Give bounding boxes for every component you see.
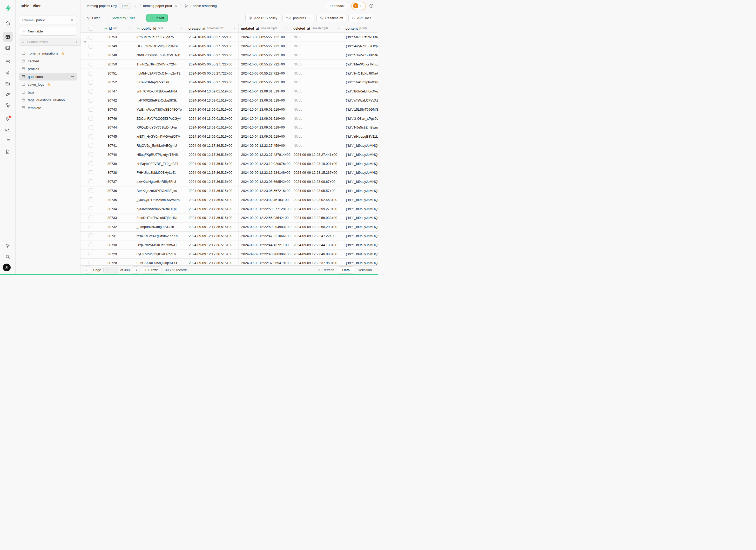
api-docs-button[interactable]: API Docs bbox=[348, 14, 374, 22]
cell-updated_at[interactable]: 2024-10-04 13:09:01.519+00 bbox=[239, 96, 291, 105]
cell-public_id[interactable]: RiqOV6p_5wihLeIAEQyhU bbox=[134, 141, 186, 150]
cell-updated_at[interactable]: 2024-09-09 12:23:08.668542+00 bbox=[239, 177, 291, 186]
cell-public_id[interactable]: zHDq4c0F0VBF_TL2_dBZ1 bbox=[134, 159, 186, 168]
project-name[interactable]: farming-paper-prod bbox=[143, 4, 172, 8]
cell-deleted_at[interactable]: NULL bbox=[291, 141, 343, 150]
cell-id[interactable]: 30753 bbox=[101, 33, 134, 42]
cell-deleted_at[interactable]: 2024-09-09 12:22:59.279+00 bbox=[291, 204, 343, 213]
cell-created_at[interactable]: 2024-10-04 13:09:01.519+00 bbox=[186, 96, 239, 105]
cell-public_id[interactable]: bzwXazHgax6UIR58j6Fn3 bbox=[134, 177, 186, 186]
row-checkbox[interactable] bbox=[89, 125, 93, 130]
tab-definition[interactable]: Definition bbox=[355, 268, 375, 272]
cell-public_id[interactable]: vrIh7CMD-JtM1bOweMHfA bbox=[134, 87, 186, 96]
chevron-down-icon[interactable] bbox=[285, 26, 288, 30]
new-table-button[interactable]: New table bbox=[19, 27, 77, 36]
cell-deleted_at[interactable]: 2024-09-09 12:22:56.033+00 bbox=[291, 213, 343, 222]
cell-updated_at[interactable]: 2024-09-09 12:23:05.567216+00 bbox=[239, 186, 291, 195]
chevron-down-icon[interactable] bbox=[337, 26, 341, 30]
column-header-content[interactable]: contentjsonb bbox=[343, 24, 378, 32]
sidebar-item-advisors[interactable] bbox=[3, 114, 13, 124]
add-rls-policy-button[interactable]: Add RLS policy bbox=[245, 14, 280, 22]
cell-deleted_at[interactable]: NULL bbox=[291, 96, 343, 105]
cell-content[interactable]: {"id":"_Id9aLyJpMHQLaiQG bbox=[343, 223, 378, 231]
sidebar-item-edge-functions[interactable] bbox=[3, 89, 13, 99]
cell-content[interactable]: {"id":"_Id9aLyJpMHQLaiQG bbox=[343, 204, 378, 213]
cell-updated_at[interactable]: 2024-09-09 12:23:15.234146+00 bbox=[239, 168, 291, 177]
column-header-id[interactable]: idint8 bbox=[101, 24, 134, 32]
cell-updated_at[interactable]: 2024-09-09 12:22:47.221066+00 bbox=[239, 232, 291, 240]
row-checkbox[interactable] bbox=[89, 53, 93, 57]
cell-created_at[interactable]: 2024-10-05 00:55:27.722+00 bbox=[186, 78, 239, 87]
cell-id[interactable]: 30737 bbox=[101, 177, 134, 186]
row-checkbox[interactable] bbox=[89, 62, 93, 66]
cell-public_id[interactable]: 8KraI-tSI-6-pSZcknaK5 bbox=[134, 78, 186, 87]
row-checkbox[interactable] bbox=[89, 35, 93, 39]
cell-id[interactable]: 30731 bbox=[101, 232, 134, 240]
row-checkbox[interactable] bbox=[89, 179, 93, 184]
cell-content[interactable]: {"id":"NJe5s8ZmBwnoB6e3 bbox=[343, 123, 378, 132]
cell-deleted_at[interactable]: 2024-09-09 12:22:44.138+00 bbox=[291, 240, 343, 249]
row-checkbox[interactable] bbox=[89, 170, 93, 175]
cell-id[interactable]: 30730 bbox=[101, 240, 134, 249]
cell-content[interactable]: {"id":"fvrQ1bXoJ6XaAD08G bbox=[343, 69, 378, 78]
rows-per-page-button[interactable]: 100 rows bbox=[142, 266, 162, 274]
cell-updated_at[interactable]: 2024-09-09 12:23:27.437814+00 bbox=[239, 150, 291, 159]
cell-created_at[interactable]: 2024-09-09 12:17:36.515+00 bbox=[186, 150, 239, 159]
cell-public_id[interactable]: XPQwDIqY6Y75SwDnU-qr_ bbox=[134, 123, 186, 132]
row-checkbox[interactable] bbox=[89, 143, 93, 148]
cell-updated_at[interactable]: 2024-10-05 00:55:27.722+00 bbox=[239, 33, 291, 42]
row-checkbox[interactable] bbox=[89, 225, 93, 229]
sidebar-item-table-editor[interactable] bbox=[3, 32, 13, 42]
cell-public_id[interactable]: _La6pddxcKJIbgufATJ1n bbox=[134, 223, 186, 231]
chevron-down-icon[interactable] bbox=[128, 26, 131, 30]
sidebar-item-settings[interactable] bbox=[3, 241, 13, 251]
cell-updated_at[interactable]: 2024-09-09 12:23:19.020076+00 bbox=[239, 159, 291, 168]
row-checkbox[interactable] bbox=[89, 98, 93, 103]
cell-id[interactable]: 30734 bbox=[101, 204, 134, 213]
cell-public_id[interactable]: YwEmuWdqT38XoSB048QYp bbox=[134, 105, 186, 114]
cell-updated_at[interactable]: 2024-10-04 13:09:01.519+00 bbox=[239, 105, 291, 114]
table-list-item[interactable]: cached bbox=[19, 57, 77, 65]
row-checkbox[interactable] bbox=[89, 206, 93, 211]
cell-created_at[interactable]: 2024-10-04 13:09:01.519+00 bbox=[186, 123, 239, 132]
cell-created_at[interactable]: 2024-09-09 12:17:36.515+00 bbox=[186, 232, 239, 240]
sidebar-item-search[interactable] bbox=[3, 252, 13, 261]
schema-select[interactable]: schema: public bbox=[19, 16, 77, 24]
cell-created_at[interactable]: 2024-09-09 12:17:36.515+00 bbox=[186, 177, 239, 186]
cell-created_at[interactable]: 2024-10-05 00:55:27.722+00 bbox=[186, 69, 239, 78]
cell-created_at[interactable]: 2024-09-09 12:17:36.515+00 bbox=[186, 186, 239, 195]
cell-updated_at[interactable]: 2024-10-05 00:55:27.722+00 bbox=[239, 78, 291, 87]
cell-public_id[interactable]: nj336mN5reuRVNZrKHFpF bbox=[134, 204, 186, 213]
cell-public_id[interactable]: rYbORF2e4YgDt9fKAXaKn bbox=[134, 232, 186, 240]
org-name[interactable]: farming-paper's Org bbox=[87, 4, 117, 8]
sidebar-item-sql-editor[interactable] bbox=[3, 43, 13, 53]
column-header-updated_at[interactable]: updated_attimestamptz bbox=[239, 24, 291, 32]
cell-deleted_at[interactable]: 2024-09-09 12:22:40.988+00 bbox=[291, 250, 343, 258]
row-checkbox[interactable] bbox=[89, 80, 93, 85]
cell-id[interactable]: 30750 bbox=[101, 60, 134, 69]
cell-content[interactable]: {"id":"5b7j5Pz9WHBNmY_A bbox=[343, 33, 378, 42]
cell-updated_at[interactable]: 2024-10-04 13:09:01.519+00 bbox=[239, 114, 291, 123]
row-checkbox[interactable] bbox=[89, 71, 93, 76]
cell-deleted_at[interactable]: NULL bbox=[291, 105, 343, 114]
cell-content[interactable]: {"id":"_Id9aLyJpMHQLaiQG bbox=[343, 259, 378, 265]
cell-public_id[interactable]: lEfA0sRh9hIXf62Y6ga75 bbox=[134, 33, 186, 42]
cell-created_at[interactable]: 2024-09-09 12:17:36.515+00 bbox=[186, 259, 239, 265]
table-filter-button[interactable] bbox=[83, 38, 87, 46]
cell-created_at[interactable]: 2024-09-09 12:17:36.515+00 bbox=[186, 240, 239, 249]
refresh-button[interactable]: Refresh bbox=[317, 268, 334, 272]
cell-id[interactable]: 30728 bbox=[101, 259, 134, 265]
row-checkbox[interactable] bbox=[89, 261, 93, 265]
cell-content[interactable]: {"id":"MeWCriorTPopA4Kc9 bbox=[343, 60, 378, 69]
cell-public_id[interactable]: DYp-7mcyMSIrHefLYIwwH bbox=[134, 240, 186, 249]
enable-branching-button[interactable]: Enable branching bbox=[191, 4, 217, 8]
cell-deleted_at[interactable]: NULL bbox=[291, 33, 343, 42]
notifications-button[interactable]: ! bbox=[351, 2, 366, 10]
cell-public_id[interactable]: NhXEo1Xw04FnB4RzWTNjb bbox=[134, 51, 186, 60]
row-checkbox[interactable] bbox=[89, 152, 93, 157]
cell-content[interactable]: {"id":"B6tr6eEFLrOVgeUmH bbox=[343, 87, 378, 96]
cell-content[interactable]: {"id":"sTsWaLCPsVA2WuK2 bbox=[343, 96, 378, 105]
cell-id[interactable]: 30746 bbox=[101, 114, 134, 123]
help-button[interactable] bbox=[369, 3, 374, 8]
cell-content[interactable]: {"id":"3-O8cn_xPgs0cVxqKE bbox=[343, 114, 378, 123]
